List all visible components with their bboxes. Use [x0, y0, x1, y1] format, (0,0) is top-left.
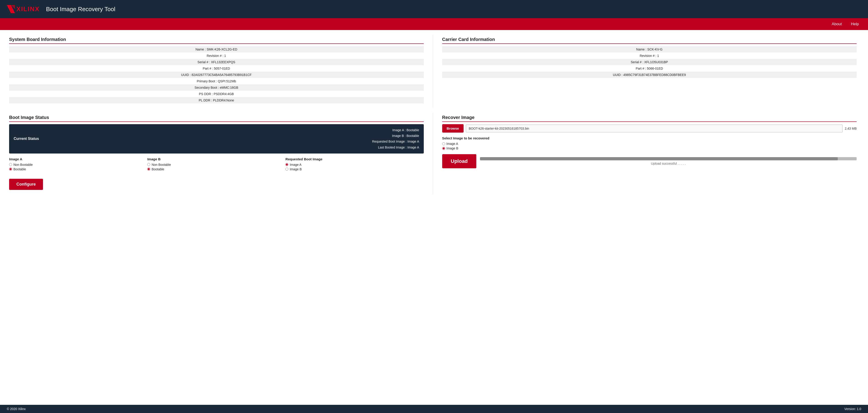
system-board-title: System Board Information: [9, 37, 424, 44]
carrier-card-panel: Carrier Card Information Name : SCK-KV-G…: [433, 35, 861, 108]
image-a-non-bootable-option[interactable]: Non Bootable: [9, 163, 147, 167]
recover-image-a-option[interactable]: Image A: [442, 142, 857, 145]
image-b-bootable-label: Bootable: [152, 167, 164, 171]
system-board-row-3: Part # : 5057-01ED: [9, 65, 424, 72]
help-link[interactable]: Help: [851, 22, 859, 26]
configure-button[interactable]: Configure: [9, 179, 43, 190]
carrier-card-row-1: Revision # : 1: [442, 53, 857, 59]
file-name-display: BOOT-k26-starter-kit-20230516185703.bin: [466, 125, 842, 132]
requested-boot-title: Requested Boot Image: [285, 157, 424, 161]
app-title: Boot Image Recovery Tool: [46, 6, 115, 13]
app-header: XILINX Boot Image Recovery Tool: [0, 0, 868, 18]
carrier-card-row-3: Part # : 5066-01ED: [442, 65, 857, 72]
system-board-row-8: PL DDR : PLDDR4:None: [9, 97, 424, 103]
recover-image-b-label: Image B: [446, 146, 458, 150]
image-a-bootable-label: Bootable: [13, 167, 26, 171]
recover-image-a-label: Image A: [446, 142, 458, 145]
carrier-card-table: Name : SCK-KV-GRevision # : 1Serial # : …: [442, 46, 857, 78]
upload-button[interactable]: Upload: [442, 154, 476, 168]
system-board-panel: System Board Information Name : SMK-K26-…: [7, 35, 433, 108]
xilinx-text: XILINX: [17, 5, 40, 13]
requested-image-b-option[interactable]: Image B: [285, 167, 424, 171]
system-board-row-7: PS DDR : PSDDR4:4GB: [9, 91, 424, 97]
current-status-label: Current Status: [14, 137, 43, 141]
upload-status: Upload successful . . . . .: [480, 162, 857, 165]
requested-image-b-radio[interactable]: [285, 168, 288, 171]
main-content: System Board Information Name : SMK-K26-…: [0, 30, 868, 197]
status-line: Image A : Bootable: [48, 127, 419, 133]
browse-button[interactable]: Browse: [442, 124, 464, 133]
requested-boot-group: Requested Boot Image Image A Image B: [285, 157, 424, 172]
requested-image-a-option[interactable]: Image A: [285, 163, 424, 167]
image-b-non-bootable-radio[interactable]: [147, 163, 150, 166]
image-a-bootable-radio[interactable]: [9, 168, 12, 171]
image-b-group: Image B Non Bootable Bootable: [147, 157, 285, 172]
progress-bar-fill: [480, 157, 838, 160]
recover-image-b-radio[interactable]: [442, 147, 445, 150]
image-b-title: Image B: [147, 157, 285, 161]
recover-image-title: Recover Image: [442, 115, 857, 122]
boot-status-panel: Boot Image Status Current Status Image A…: [7, 112, 433, 195]
requested-image-a-radio[interactable]: [285, 163, 288, 166]
about-link[interactable]: About: [832, 22, 842, 26]
system-board-row-6: Secondary Boot : eMMC:16GB: [9, 84, 424, 91]
recover-image-a-radio[interactable]: [442, 142, 445, 145]
navbar: About Help: [0, 18, 868, 30]
status-line: Last Booted Image : Image A: [48, 145, 419, 150]
image-b-non-bootable-label: Non Bootable: [152, 163, 171, 167]
image-b-bootable-radio[interactable]: [147, 168, 150, 171]
boot-status-title: Boot Image Status: [9, 115, 424, 122]
image-a-group: Image A Non Bootable Bootable: [9, 157, 147, 172]
recover-radio-group: Image A Image B: [442, 142, 857, 150]
bottom-panels: Boot Image Status Current Status Image A…: [7, 112, 861, 195]
progress-bar-background: [480, 157, 857, 160]
system-board-row-4: UUID : 82A0267773C54BA5A76485793B91B1CF: [9, 72, 424, 78]
image-a-non-bootable-radio[interactable]: [9, 163, 12, 166]
system-board-row-2: Serial # : XFL132EEXPQS: [9, 59, 424, 65]
image-controls: Image A Non Bootable Bootable Image B: [9, 157, 424, 172]
carrier-card-title: Carrier Card Information: [442, 37, 857, 44]
image-a-title: Image A: [9, 157, 147, 161]
system-board-row-1: Revision # : 1: [9, 53, 424, 59]
recover-image-panel: Recover Image Browse BOOT-k26-starter-ki…: [433, 112, 861, 195]
top-panels: System Board Information Name : SMK-K26-…: [7, 35, 861, 108]
upload-row: Upload Upload successful . . . . .: [442, 154, 857, 168]
image-b-non-bootable-option[interactable]: Non Bootable: [147, 163, 285, 167]
system-board-row-5: Primary Boot : QSPI:512Mb: [9, 78, 424, 84]
progress-bar-container: Upload successful . . . . .: [480, 157, 857, 165]
requested-image-b-label: Image B: [290, 167, 302, 171]
status-line: Image B : Bootable: [48, 133, 419, 139]
logo-area: XILINX Boot Image Recovery Tool: [7, 5, 115, 13]
carrier-card-row-4: UUID : 4985C79F31B74E37BBFED88CD0BFBEE9: [442, 72, 857, 78]
xilinx-logo: XILINX: [7, 5, 40, 13]
recover-image-b-option[interactable]: Image B: [442, 146, 857, 150]
browse-row: Browse BOOT-k26-starter-kit-202305161857…: [442, 124, 857, 133]
xilinx-logo-icon: [7, 5, 15, 13]
carrier-card-row-0: Name : SCK-KV-G: [442, 46, 857, 53]
image-a-non-bootable-label: Non Bootable: [13, 163, 33, 167]
boot-status-box: Current Status Image A : BootableImage B…: [9, 124, 424, 153]
requested-image-a-label: Image A: [290, 163, 301, 167]
image-b-bootable-option[interactable]: Bootable: [147, 167, 285, 171]
carrier-card-row-2: Serial # : XFL1O5U031BP: [442, 59, 857, 65]
image-a-bootable-option[interactable]: Bootable: [9, 167, 147, 171]
select-image-title: Select Image to be recovered: [442, 136, 857, 140]
status-line: Requested Boot Image : Image A: [48, 139, 419, 144]
system-board-table: Name : SMK-K26-XCL2G-EDRevision # : 1Ser…: [9, 46, 424, 103]
boot-status-details: Image A : BootableImage B : BootableRequ…: [48, 127, 419, 150]
system-board-row-0: Name : SMK-K26-XCL2G-ED: [9, 46, 424, 53]
file-size-display: 2.43 MB: [845, 127, 857, 130]
